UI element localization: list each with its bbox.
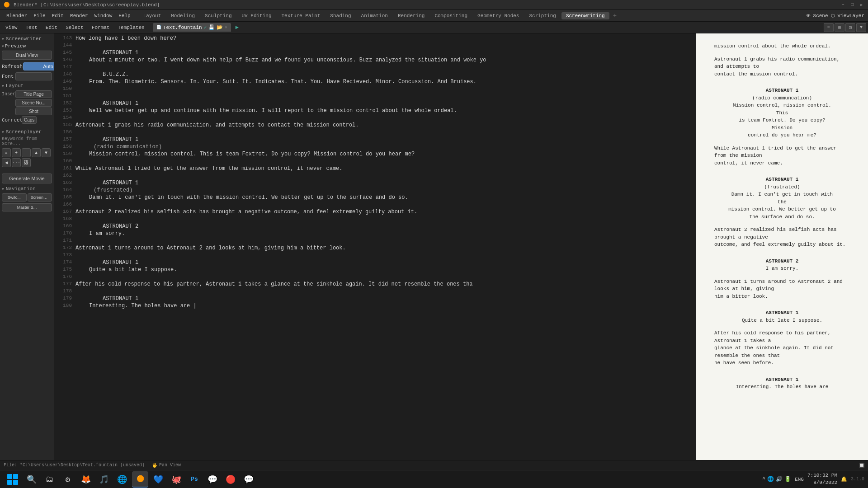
menu-render[interactable]: Render <box>67 12 91 19</box>
screenpl-btn[interactable]: Screenpl... <box>28 193 52 202</box>
switch-btn[interactable]: Switc... <box>2 193 27 202</box>
tab-geometry[interactable]: Geometry Nodes <box>473 12 524 19</box>
taskbar-photoshop[interactable]: Ps <box>186 471 203 488</box>
tray-battery[interactable]: 🔋 <box>784 476 791 483</box>
tab-screenwriting[interactable]: Screenwriting <box>561 12 609 19</box>
scene-num-btn[interactable]: Scene Nu... <box>15 99 52 107</box>
line-number: 156 <box>56 129 72 136</box>
preview-action: Astronaut 1 grabs his radio communicatio… <box>714 56 850 78</box>
editor-menu-text[interactable]: Text <box>22 24 41 31</box>
editor-menu-view[interactable]: View <box>2 24 21 31</box>
line-number: 160 <box>56 158 72 165</box>
editor-menu-templates[interactable]: Templates <box>114 24 148 31</box>
preview-dialogue: Mission control, mission control. This i… <box>714 102 850 139</box>
viewlayer-icon: ⬡ <box>831 13 835 19</box>
tab-scripting[interactable]: Scripting <box>524 12 560 19</box>
script-editor[interactable]: 143How long have I been down here?144145… <box>54 33 696 460</box>
tab-shading[interactable]: Shading <box>326 12 355 19</box>
taskbar-discord[interactable]: 💬 <box>241 471 257 488</box>
preview-spacer <box>714 80 850 83</box>
tab-sculpting[interactable]: Sculpting <box>200 12 236 19</box>
menu-blender[interactable]: Blender <box>4 12 30 19</box>
taskbar-github[interactable]: 🐙 <box>168 471 184 488</box>
script-line: 165Damn it. I can't get in touch with th… <box>54 194 696 202</box>
font-selector[interactable] <box>15 72 52 80</box>
status-bar: File: *C:\Users\user\Desktop\Text.founta… <box>0 460 868 470</box>
play-btn[interactable]: ▶ <box>236 24 239 31</box>
tray-volume[interactable]: 🔊 <box>776 476 783 483</box>
tab-uv[interactable]: UV Editing <box>237 12 276 19</box>
maximize-btn[interactable]: □ <box>849 2 855 8</box>
line-content <box>75 115 694 122</box>
start-button[interactable] <box>4 472 22 487</box>
navigation-header[interactable]: ▼ Navigation <box>2 185 52 192</box>
menu-file[interactable]: File <box>31 12 48 19</box>
tab-close-btn[interactable]: ✕ <box>225 25 227 30</box>
screenplayer-header[interactable]: ▼ Screenplayer <box>2 128 52 136</box>
taskbar-spotify[interactable]: 🎵 <box>96 471 112 488</box>
minus-icon-btn[interactable]: – <box>22 148 31 157</box>
tray-expand[interactable]: ^ <box>762 476 765 483</box>
scene-label: Scene <box>813 13 828 19</box>
taskbar: 🔍 🗂 ⚙ 🦊 🎵 🌐 🟠 💙 🐙 Ps 💬 🔴 💬 ^ 🌐 🔊 🔋 ENG 7… <box>0 470 868 488</box>
taskbar-settings[interactable]: ⚙ <box>60 471 76 488</box>
line-number: 149 <box>56 79 72 86</box>
caps-btn[interactable]: Caps <box>22 116 37 124</box>
view-icon-2[interactable]: ⊞ <box>835 23 844 32</box>
editor-menu-select[interactable]: Select <box>62 24 87 31</box>
script-line: 177After his cold response to his partne… <box>54 281 696 288</box>
file-tab[interactable]: 📄 Text.fountain ✓ 💾 📂 ✕ <box>153 23 231 32</box>
layout-header[interactable]: ▼ Layout <box>2 82 52 89</box>
taskbar-search[interactable]: 🔍 <box>24 471 40 488</box>
tab-add[interactable]: + <box>610 11 619 20</box>
menu-edit[interactable]: Edit <box>49 12 66 19</box>
taskbar-files[interactable]: 🗂 <box>42 471 58 488</box>
down-icon-btn[interactable]: ▼ <box>42 148 51 157</box>
dots-icon-btn[interactable]: ··· <box>12 158 21 167</box>
editor-menu-format[interactable]: Format <box>88 24 113 31</box>
tab-texture[interactable]: Texture Paint <box>277 12 325 19</box>
expand-left-icon-btn[interactable]: ◀ <box>2 158 11 167</box>
image-icon-btn[interactable]: 🖼 <box>22 158 31 167</box>
generate-movie-btn[interactable]: Generate Movie <box>2 174 52 183</box>
tab-animation[interactable]: Animation <box>357 12 392 19</box>
taskbar-steam[interactable]: 💬 <box>204 471 221 488</box>
menu-window[interactable]: Window <box>92 12 115 19</box>
master-s-btn[interactable]: Master S... <box>2 203 52 211</box>
tab-modeling[interactable]: Modeling <box>166 12 199 19</box>
screenwriter-header[interactable]: ▼ Screenwriter <box>2 35 52 42</box>
screenwriter-label: Screenwriter <box>6 36 42 42</box>
icon-row: ✏ + – ▲ ▼ <box>2 148 52 157</box>
auto-btn[interactable]: Auto <box>23 62 54 70</box>
view-icon-1[interactable]: ≡ <box>824 23 834 32</box>
notifications-btn[interactable]: 🔔 <box>841 476 847 482</box>
taskbar-vscode[interactable]: 💙 <box>150 471 166 488</box>
taskbar-firefox[interactable]: 🦊 <box>78 471 94 488</box>
line-number: 175 <box>56 267 72 274</box>
tray-network[interactable]: 🌐 <box>767 476 774 483</box>
menu-help[interactable]: Help <box>116 12 133 19</box>
triangle-icon: ▼ <box>2 37 4 41</box>
preview-dialogue: Damn it. I can't get in touch with the m… <box>714 191 850 221</box>
plus-icon-btn[interactable]: + <box>12 148 21 157</box>
up-icon-btn[interactable]: ▲ <box>32 148 41 157</box>
view-icon-3[interactable]: ⊡ <box>845 23 855 32</box>
pencil-icon-btn[interactable]: ✏ <box>2 148 11 157</box>
tab-compositing[interactable]: Compositing <box>430 12 472 19</box>
tab-rendering[interactable]: Rendering <box>393 12 429 19</box>
dual-view-btn[interactable]: Dual View <box>2 51 52 60</box>
title-page-btn[interactable]: Title Page <box>15 90 52 98</box>
line-content: ASTRONAUT 1 <box>75 50 694 57</box>
shot-btn[interactable]: Shot <box>15 108 52 115</box>
line-number: 159 <box>56 151 72 158</box>
tab-layout[interactable]: Layout <box>139 12 166 19</box>
taskbar-other1[interactable]: 🔴 <box>222 471 239 488</box>
editor-menu-edit[interactable]: Edit <box>42 24 61 31</box>
minimize-btn[interactable]: – <box>840 2 846 8</box>
expand-btn[interactable]: ▼ <box>856 23 866 32</box>
line-number: 161 <box>56 165 72 173</box>
taskbar-blender[interactable]: 🟠 <box>132 471 148 488</box>
close-btn[interactable]: ✕ <box>858 2 864 8</box>
line-content: Astronaut 1 grabs his radio communicatio… <box>75 122 694 129</box>
taskbar-browser[interactable]: 🌐 <box>114 471 130 488</box>
